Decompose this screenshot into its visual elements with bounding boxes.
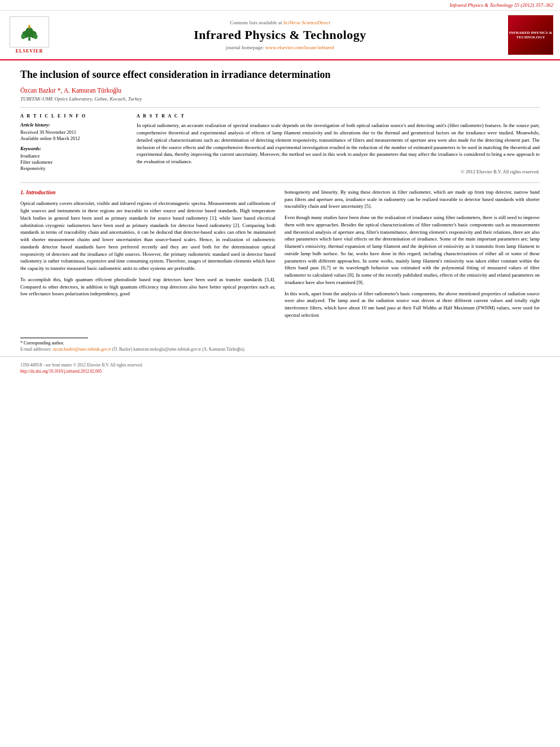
elsevier-tree-icon (18, 23, 41, 41)
affiliation: TUBITAK-UME Optics Laboratory, Gebze, Ko… (20, 96, 540, 102)
received-date: Received 30 November 2011 (20, 129, 128, 135)
intro-para-r1: homogeneity and linearity. By using thes… (285, 189, 540, 210)
available-date: Available online 8 March 2012 (20, 136, 128, 141)
contents-label-text: Contents lists available at (230, 20, 282, 25)
elsevier-label-text: ELSEVIER (16, 49, 43, 54)
keyword-filter-radiometer: Filter radiometer (20, 159, 128, 165)
main-content: The inclusion of source effect considera… (0, 60, 560, 334)
journal-cover-image: INFRARED PHYSICS & TECHNOLOGY (508, 15, 553, 55)
email1-name: (Ö. Bazkır) (112, 347, 133, 352)
right-logo-title-text: INFRARED PHYSICS & TECHNOLOGY (509, 30, 553, 40)
intro-para-r2: Even though many studies have been done … (285, 214, 540, 286)
homepage-url[interactable]: www.elsevier.com/locate/infrared (265, 45, 334, 50)
svg-rect-0 (28, 37, 30, 40)
abstract-text: In optical radiometry, an accurate reali… (137, 122, 540, 165)
journal-homepage-line: journal homepage: www.elsevier.com/locat… (63, 45, 497, 50)
abstract-header: A B S T R A C T (137, 113, 540, 119)
journal-center-info: Contents lists available at SciVerse Sci… (52, 20, 508, 50)
article-info-abstract-section: A R T I C L E I N F O Article history: R… (20, 107, 540, 174)
abstract-panel: A B S T R A C T In optical radiometry, a… (137, 113, 540, 174)
email1-address[interactable]: ozcan.bazkir@ume.tubitak.gov.tr (53, 347, 111, 352)
authors-line: Özcan Bazkır *, A. Kamuran Türkoğlu (20, 87, 540, 94)
footer-issn-line: 1350-4495/$ - see front matter © 2012 El… (20, 362, 540, 368)
journal-title: Infrared Physics & Technology (63, 28, 497, 42)
journal-header: ELSEVIER Contents lists available at Sci… (0, 11, 560, 60)
section1-heading: 1. Introduction (20, 189, 275, 197)
section-divider (20, 182, 540, 183)
email-label: E-mail addresses: (20, 347, 51, 352)
svg-rect-7 (29, 27, 30, 29)
email2-address[interactable]: kamuran.turkoglu@ume.tubitak.gov.tr (133, 347, 201, 352)
intro-para1: Optical radiometry covers ultraviolet, v… (20, 200, 275, 272)
homepage-label: journal homepage: (226, 45, 264, 50)
intro-para2: To accomplish this, high quantum efficie… (20, 276, 275, 298)
article-info-header: A R T I C L E I N F O (20, 113, 128, 119)
article-history-label: Article history: (20, 122, 128, 128)
journal-ref-text: Infrared Physics & Technology 55 (2012) … (450, 2, 553, 8)
svg-point-5 (33, 34, 37, 39)
intro-para-r3: In this work, apart from the analysis of… (285, 290, 540, 319)
email2-name: (A. Kamuran Türkoğlu). (202, 347, 246, 352)
body-column-left: 1. Introduction Optical radiometry cover… (20, 189, 275, 323)
svg-point-4 (21, 34, 25, 39)
footnote-area: * Corresponding author. E-mail addresses… (0, 338, 560, 352)
author-names: Özcan Bazkır *, A. Kamuran Türkoğlu (20, 87, 121, 94)
elsevier-logo-area: ELSEVIER (7, 16, 52, 54)
doi-link[interactable]: http://dx.doi.org/10.1016/j.infrared.201… (20, 369, 102, 374)
email-footnote: E-mail addresses: ozcan.bazkir@ume.tubit… (20, 347, 540, 352)
body-column-right: homogeneity and linearity. By using thes… (285, 189, 540, 323)
corresponding-note: * Corresponding author. (20, 340, 540, 346)
keyword-irradiance: Irradiance (20, 153, 128, 159)
keyword-responsivity: Responsivity (20, 165, 128, 171)
footer: 1350-4495/$ - see front matter © 2012 El… (0, 356, 560, 379)
sciverse-link[interactable]: SciVerse ScienceDirect (283, 20, 330, 25)
journal-reference-bar: Infrared Physics & Technology 55 (2012) … (0, 0, 560, 11)
contents-available-line: Contents lists available at SciVerse Sci… (63, 20, 497, 25)
footnote-divider (20, 338, 88, 338)
article-info-panel: A R T I C L E I N F O Article history: R… (20, 113, 128, 174)
keywords-label: Keywords: (20, 146, 128, 151)
paper-title: The inclusion of source effect considera… (20, 68, 540, 81)
copyright-line: © 2012 Elsevier B.V. All rights reserved… (137, 169, 540, 174)
elsevier-logo (10, 16, 49, 47)
footer-doi-line: http://dx.doi.org/10.1016/j.infrared.201… (20, 369, 540, 374)
body-columns: 1. Introduction Optical radiometry cover… (20, 189, 540, 323)
